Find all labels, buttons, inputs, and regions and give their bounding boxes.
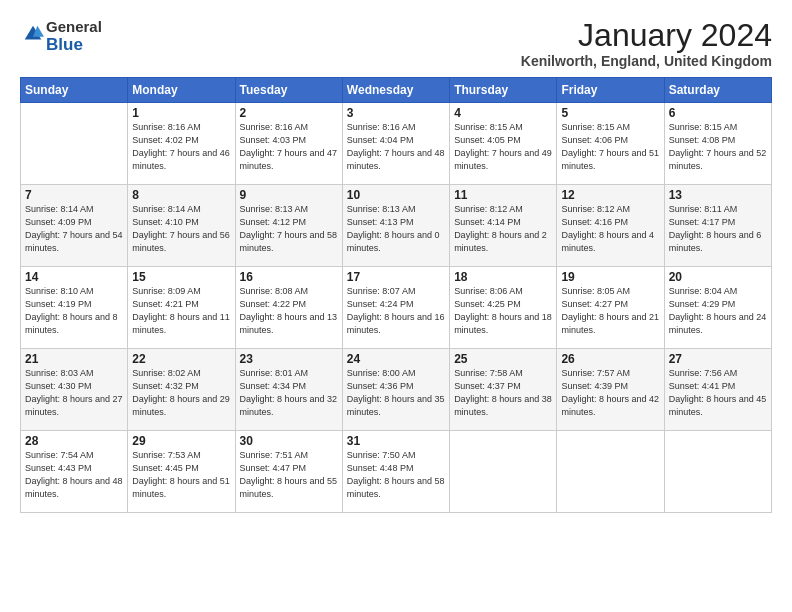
day-number: 8 [132,188,230,202]
day-detail: Sunrise: 8:03 AMSunset: 4:30 PMDaylight:… [25,368,123,417]
table-row: 7 Sunrise: 8:14 AMSunset: 4:09 PMDayligh… [21,185,128,267]
table-row: 9 Sunrise: 8:13 AMSunset: 4:12 PMDayligh… [235,185,342,267]
table-row: 25 Sunrise: 7:58 AMSunset: 4:37 PMDaylig… [450,349,557,431]
day-detail: Sunrise: 7:57 AMSunset: 4:39 PMDaylight:… [561,368,659,417]
day-number: 12 [561,188,659,202]
day-number: 1 [132,106,230,120]
day-number: 15 [132,270,230,284]
day-number: 28 [25,434,123,448]
day-number: 7 [25,188,123,202]
table-row: 27 Sunrise: 7:56 AMSunset: 4:41 PMDaylig… [664,349,771,431]
day-detail: Sunrise: 8:09 AMSunset: 4:21 PMDaylight:… [132,286,230,335]
day-detail: Sunrise: 8:12 AMSunset: 4:16 PMDaylight:… [561,204,654,253]
table-row: 2 Sunrise: 8:16 AMSunset: 4:03 PMDayligh… [235,103,342,185]
header: General Blue January 2024 Kenilworth, En… [20,18,772,69]
day-detail: Sunrise: 7:51 AMSunset: 4:47 PMDaylight:… [240,450,338,499]
location: Kenilworth, England, United Kingdom [521,53,772,69]
table-row: 8 Sunrise: 8:14 AMSunset: 4:10 PMDayligh… [128,185,235,267]
table-row: 19 Sunrise: 8:05 AMSunset: 4:27 PMDaylig… [557,267,664,349]
table-row: 14 Sunrise: 8:10 AMSunset: 4:19 PMDaylig… [21,267,128,349]
day-detail: Sunrise: 8:14 AMSunset: 4:09 PMDaylight:… [25,204,123,253]
col-saturday: Saturday [664,78,771,103]
day-detail: Sunrise: 8:11 AMSunset: 4:17 PMDaylight:… [669,204,762,253]
table-row [664,431,771,513]
day-number: 27 [669,352,767,366]
table-row: 15 Sunrise: 8:09 AMSunset: 4:21 PMDaylig… [128,267,235,349]
day-number: 3 [347,106,445,120]
table-row: 12 Sunrise: 8:12 AMSunset: 4:16 PMDaylig… [557,185,664,267]
day-detail: Sunrise: 8:16 AMSunset: 4:04 PMDaylight:… [347,122,445,171]
table-row: 1 Sunrise: 8:16 AMSunset: 4:02 PMDayligh… [128,103,235,185]
col-friday: Friday [557,78,664,103]
day-detail: Sunrise: 8:13 AMSunset: 4:12 PMDaylight:… [240,204,338,253]
table-row: 16 Sunrise: 8:08 AMSunset: 4:22 PMDaylig… [235,267,342,349]
table-row: 17 Sunrise: 8:07 AMSunset: 4:24 PMDaylig… [342,267,449,349]
day-detail: Sunrise: 8:10 AMSunset: 4:19 PMDaylight:… [25,286,118,335]
table-row: 10 Sunrise: 8:13 AMSunset: 4:13 PMDaylig… [342,185,449,267]
calendar-week-3: 14 Sunrise: 8:10 AMSunset: 4:19 PMDaylig… [21,267,772,349]
day-detail: Sunrise: 8:07 AMSunset: 4:24 PMDaylight:… [347,286,445,335]
day-number: 13 [669,188,767,202]
table-row [557,431,664,513]
day-number: 9 [240,188,338,202]
day-detail: Sunrise: 8:00 AMSunset: 4:36 PMDaylight:… [347,368,445,417]
day-detail: Sunrise: 8:12 AMSunset: 4:14 PMDaylight:… [454,204,547,253]
day-number: 25 [454,352,552,366]
table-row: 6 Sunrise: 8:15 AMSunset: 4:08 PMDayligh… [664,103,771,185]
day-detail: Sunrise: 7:50 AMSunset: 4:48 PMDaylight:… [347,450,445,499]
month-title: January 2024 [521,18,772,53]
day-number: 29 [132,434,230,448]
day-number: 2 [240,106,338,120]
col-wednesday: Wednesday [342,78,449,103]
logo-icon [22,23,44,45]
table-row: 29 Sunrise: 7:53 AMSunset: 4:45 PMDaylig… [128,431,235,513]
day-number: 30 [240,434,338,448]
day-number: 31 [347,434,445,448]
table-row: 31 Sunrise: 7:50 AMSunset: 4:48 PMDaylig… [342,431,449,513]
day-number: 18 [454,270,552,284]
day-detail: Sunrise: 8:14 AMSunset: 4:10 PMDaylight:… [132,204,230,253]
day-detail: Sunrise: 8:15 AMSunset: 4:05 PMDaylight:… [454,122,552,171]
table-row: 26 Sunrise: 7:57 AMSunset: 4:39 PMDaylig… [557,349,664,431]
header-row: Sunday Monday Tuesday Wednesday Thursday… [21,78,772,103]
day-detail: Sunrise: 8:16 AMSunset: 4:03 PMDaylight:… [240,122,338,171]
day-number: 22 [132,352,230,366]
col-sunday: Sunday [21,78,128,103]
calendar-week-5: 28 Sunrise: 7:54 AMSunset: 4:43 PMDaylig… [21,431,772,513]
calendar-week-2: 7 Sunrise: 8:14 AMSunset: 4:09 PMDayligh… [21,185,772,267]
table-row [21,103,128,185]
day-detail: Sunrise: 8:04 AMSunset: 4:29 PMDaylight:… [669,286,767,335]
day-number: 19 [561,270,659,284]
page: General Blue January 2024 Kenilworth, En… [0,0,792,612]
day-number: 14 [25,270,123,284]
day-number: 11 [454,188,552,202]
table-row: 24 Sunrise: 8:00 AMSunset: 4:36 PMDaylig… [342,349,449,431]
table-row: 18 Sunrise: 8:06 AMSunset: 4:25 PMDaylig… [450,267,557,349]
table-row: 28 Sunrise: 7:54 AMSunset: 4:43 PMDaylig… [21,431,128,513]
table-row: 11 Sunrise: 8:12 AMSunset: 4:14 PMDaylig… [450,185,557,267]
calendar-table: Sunday Monday Tuesday Wednesday Thursday… [20,77,772,513]
logo-general-text: General [46,18,102,35]
calendar-week-1: 1 Sunrise: 8:16 AMSunset: 4:02 PMDayligh… [21,103,772,185]
table-row: 22 Sunrise: 8:02 AMSunset: 4:32 PMDaylig… [128,349,235,431]
calendar-week-4: 21 Sunrise: 8:03 AMSunset: 4:30 PMDaylig… [21,349,772,431]
day-detail: Sunrise: 8:02 AMSunset: 4:32 PMDaylight:… [132,368,230,417]
day-number: 16 [240,270,338,284]
day-detail: Sunrise: 8:16 AMSunset: 4:02 PMDaylight:… [132,122,230,171]
day-detail: Sunrise: 8:01 AMSunset: 4:34 PMDaylight:… [240,368,338,417]
day-number: 6 [669,106,767,120]
table-row: 5 Sunrise: 8:15 AMSunset: 4:06 PMDayligh… [557,103,664,185]
table-row: 13 Sunrise: 8:11 AMSunset: 4:17 PMDaylig… [664,185,771,267]
col-tuesday: Tuesday [235,78,342,103]
day-detail: Sunrise: 8:08 AMSunset: 4:22 PMDaylight:… [240,286,338,335]
day-number: 5 [561,106,659,120]
day-number: 23 [240,352,338,366]
table-row: 3 Sunrise: 8:16 AMSunset: 4:04 PMDayligh… [342,103,449,185]
day-number: 26 [561,352,659,366]
logo: General Blue [20,18,102,55]
table-row: 4 Sunrise: 8:15 AMSunset: 4:05 PMDayligh… [450,103,557,185]
day-number: 24 [347,352,445,366]
day-detail: Sunrise: 7:56 AMSunset: 4:41 PMDaylight:… [669,368,767,417]
day-detail: Sunrise: 8:05 AMSunset: 4:27 PMDaylight:… [561,286,659,335]
day-number: 4 [454,106,552,120]
